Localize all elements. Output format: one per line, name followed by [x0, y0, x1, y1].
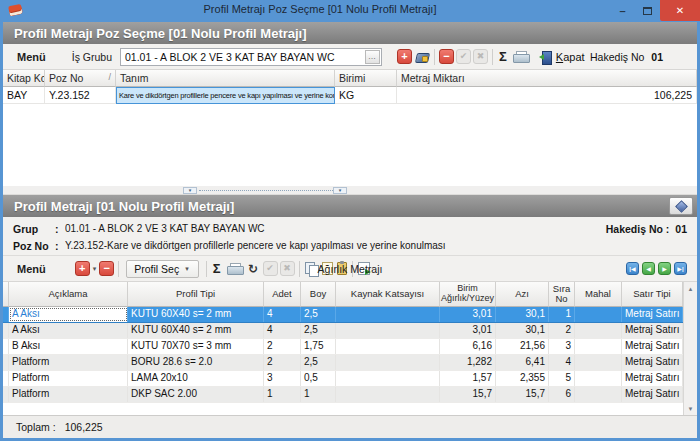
table-row[interactable]: A Aksı KUTU 60X40 s= 2 mm 4 2,5 3,01 30,… — [3, 307, 697, 323]
cell-satir-tipi[interactable]: Metraj Satırı — [622, 323, 683, 338]
cell-kitap-kodu[interactable]: BAY — [3, 87, 45, 104]
copy-icon[interactable] — [305, 262, 318, 275]
delete-button[interactable]: − — [439, 49, 454, 64]
kapat-button[interactable]: Kapat — [556, 51, 585, 63]
table-row[interactable]: Platform LAMA 20x10 3 0,5 1,57 2,355 5 M… — [3, 371, 697, 387]
splitter-collapse-left-button[interactable]: ▾ — [183, 187, 197, 194]
cell-adet[interactable]: 4 — [264, 323, 301, 338]
cell-mahal[interactable] — [575, 307, 622, 322]
cell-sira-no[interactable]: 3 — [549, 339, 575, 354]
sum-button-2[interactable]: Σ — [213, 261, 221, 276]
cell-kaynak[interactable] — [336, 307, 440, 322]
col-sira-no[interactable]: Sıra No — [549, 282, 575, 307]
cell-profil-tipi[interactable]: DKP SAC 2.00 — [128, 387, 264, 402]
cell-birim[interactable]: 1,57 — [440, 371, 496, 386]
cell-birim[interactable]: 3,01 — [440, 323, 496, 338]
nav-first-icon[interactable]: |◀ — [626, 262, 639, 275]
cell-sira-no[interactable]: 1 — [549, 307, 575, 322]
cell-azi[interactable]: 6,41 — [496, 355, 549, 370]
cell-satir-tipi[interactable]: Metraj Satırı — [622, 387, 683, 402]
cell-profil-tipi[interactable]: KUTU 60X40 s= 2 mm — [128, 323, 264, 338]
cell-boy[interactable]: 0,5 — [301, 371, 336, 386]
splitter-collapse-right-button[interactable]: ▾ — [333, 187, 347, 194]
cell-kaynak[interactable] — [336, 387, 440, 402]
col-tanim[interactable]: Tanım — [116, 70, 335, 87]
table-row[interactable]: B Aksı KUTU 70X70 s= 3 mm 2 1,75 6,16 21… — [3, 339, 697, 355]
scroll-up-icon[interactable]: ▲ — [685, 282, 696, 295]
combo-ellipsis-button[interactable]: … — [365, 50, 380, 64]
cell-mahal[interactable] — [575, 339, 622, 354]
nav-next-icon[interactable]: ▶ — [658, 262, 671, 275]
col-azi[interactable]: Azı — [496, 282, 549, 307]
add-button[interactable]: + — [397, 49, 412, 64]
splitter-bar[interactable]: ▾ ▾ — [3, 186, 697, 195]
refresh-icon[interactable]: ↻ — [246, 261, 261, 276]
cell-adet[interactable]: 3 — [264, 371, 301, 386]
cell-aciklama[interactable]: A Aksı — [9, 323, 128, 338]
cell-sira-no[interactable]: 4 — [549, 355, 575, 370]
cell-satir-tipi[interactable]: Metraj Satırı — [622, 355, 683, 370]
cell-profil-tipi[interactable]: KUTU 60X40 s= 2 mm — [128, 307, 264, 322]
col-poz-no[interactable]: /Poz No — [45, 70, 116, 87]
select-poz-icon[interactable] — [415, 51, 429, 63]
cell-boy[interactable]: 2,5 — [301, 307, 336, 322]
cell-aciklama[interactable]: B Aksı — [9, 339, 128, 354]
cell-boy[interactable]: 2,5 — [301, 323, 336, 338]
cell-profil-tipi[interactable]: KUTU 70X70 s= 3 mm — [128, 339, 264, 354]
col-profil-tipi[interactable]: Profil Tipi — [128, 282, 264, 307]
cell-satir-tipi[interactable]: Metraj Satırı — [622, 371, 683, 386]
cell-mahal[interactable] — [575, 355, 622, 370]
cell-azi[interactable]: 21,56 — [496, 339, 549, 354]
add-row-button[interactable]: + — [75, 261, 90, 276]
close-window-button[interactable]: ✕ — [660, 0, 700, 21]
cell-adet[interactable]: 2 — [264, 355, 301, 370]
cell-profil-tipi[interactable]: LAMA 20x10 — [128, 371, 264, 386]
scroll-down-icon[interactable]: ▼ — [685, 402, 696, 415]
col-kitap-kodu[interactable]: Kitap Kodu — [3, 70, 45, 87]
cell-satir-tipi[interactable]: Metraj Satırı — [622, 307, 683, 322]
cell-tanim-selected[interactable]: Kare ve dikdörtgen profillerle pencere v… — [116, 87, 335, 104]
vertical-scrollbar[interactable]: ▲ ▼ — [683, 282, 697, 415]
cell-azi[interactable]: 30,1 — [496, 307, 549, 322]
table-row[interactable]: A Aksı KUTU 60X40 s= 2 mm 4 2,5 3,01 30,… — [3, 323, 697, 339]
cell-poz-no[interactable]: Y.23.152 — [45, 87, 116, 104]
cell-satir-tipi[interactable]: Metraj Satırı — [622, 339, 683, 354]
add-dropdown-icon[interactable]: ▾ — [93, 265, 97, 273]
nav-prev-icon[interactable]: ◀ — [642, 262, 655, 275]
cell-birim[interactable]: 15,7 — [440, 387, 496, 402]
col-satir-tipi[interactable]: Satır Tipi — [622, 282, 683, 307]
minimize-button[interactable]: – — [610, 0, 635, 21]
cell-adet[interactable]: 4 — [264, 307, 301, 322]
cell-boy[interactable]: 2,5 — [301, 355, 336, 370]
cell-sira-no[interactable]: 6 — [549, 387, 575, 402]
cell-sira-no[interactable]: 5 — [549, 371, 575, 386]
col-adet[interactable]: Adet — [264, 282, 301, 307]
cell-mahal[interactable] — [575, 387, 622, 402]
cell-kaynak[interactable] — [336, 355, 440, 370]
cell-azi[interactable]: 15,7 — [496, 387, 549, 402]
cell-kaynak[interactable] — [336, 339, 440, 354]
cell-adet[interactable]: 1 — [264, 387, 301, 402]
table-row[interactable]: Platform BORU 28.6 s= 2.0 2 2,5 1,282 6,… — [3, 355, 697, 371]
cell-boy[interactable]: 1 — [301, 387, 336, 402]
col-birimi[interactable]: Birimi — [335, 70, 397, 87]
cell-azi[interactable]: 2,355 — [496, 371, 549, 386]
cell-birim[interactable]: 1,282 — [440, 355, 496, 370]
cell-metraj-miktari[interactable]: 106,225 — [397, 87, 697, 104]
col-birim-agirlik-yuzey[interactable]: Birim Ağırlık/Yüzey — [440, 282, 496, 307]
kapat-exit-icon[interactable] — [539, 51, 552, 63]
profil-sec-button[interactable]: Profil Seç ▾ — [126, 260, 198, 278]
cell-birimi[interactable]: KG — [335, 87, 397, 104]
cell-kaynak[interactable] — [336, 323, 440, 338]
maximize-button[interactable] — [635, 0, 660, 21]
col-mahal[interactable]: Mahal — [575, 282, 622, 307]
cell-aciklama[interactable]: Platform — [9, 371, 128, 386]
menu-button-2[interactable]: Menü — [17, 263, 46, 275]
cell-azi[interactable]: 30,1 — [496, 323, 549, 338]
cell-boy[interactable]: 1,75 — [301, 339, 336, 354]
gem-button[interactable] — [669, 197, 693, 215]
delete-row-button[interactable]: − — [99, 261, 114, 276]
cell-kaynak[interactable] — [336, 371, 440, 386]
col-metraj-miktari[interactable]: Metraj Miktarı — [397, 70, 697, 87]
col-kaynak-katsayisi[interactable]: Kaynak Katsayısı — [336, 282, 440, 307]
